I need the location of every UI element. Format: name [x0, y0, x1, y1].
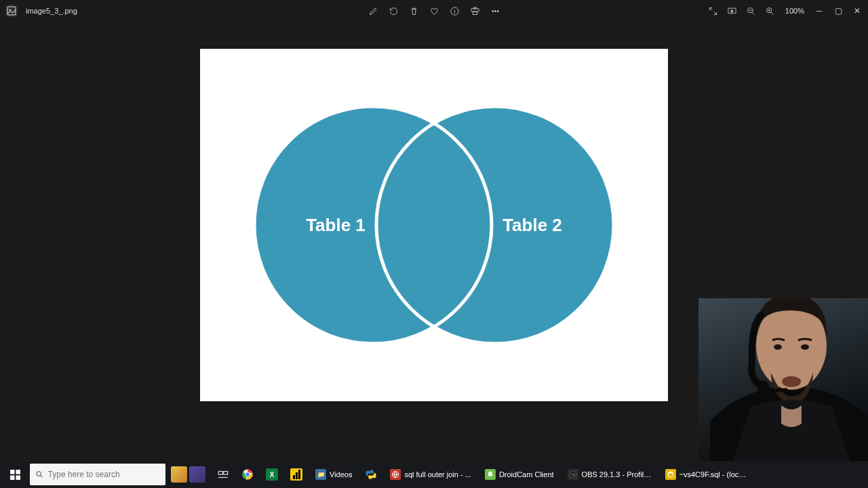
search-input[interactable]	[48, 470, 160, 479]
ssms-icon	[665, 469, 676, 480]
presenter-silhouette	[710, 298, 868, 461]
taskbar-item-videos[interactable]: 📁 Videos	[310, 464, 357, 485]
svg-rect-24	[10, 475, 15, 480]
svg-point-19	[801, 344, 809, 350]
titlebar: image5_3_.png 100% ─ ▢ ✕	[0, 0, 868, 22]
svg-point-8	[497, 10, 498, 12]
svg-point-7	[494, 10, 496, 12]
svg-rect-27	[218, 472, 222, 475]
decor-icon-1	[171, 466, 187, 483]
svg-rect-5	[473, 7, 476, 8]
search-box[interactable]	[30, 464, 165, 485]
rotate-icon[interactable]	[388, 5, 399, 16]
task-view-icon[interactable]	[212, 464, 234, 485]
svg-rect-22	[10, 470, 15, 474]
heart-icon[interactable]	[429, 5, 439, 16]
svg-point-33	[489, 473, 490, 474]
toolbar-center	[368, 5, 500, 16]
toolbar-right: 100% ─ ▢ ✕	[708, 5, 863, 16]
svg-point-36	[570, 472, 573, 475]
svg-point-39	[668, 472, 673, 474]
svg-point-34	[491, 473, 492, 474]
svg-point-38	[572, 475, 574, 477]
svg-point-6	[492, 10, 493, 12]
python-icon[interactable]	[360, 464, 382, 485]
excel-icon[interactable]: X	[261, 464, 283, 485]
obs-icon	[568, 469, 578, 480]
pinned-decorative	[171, 466, 205, 483]
svg-point-20	[782, 376, 801, 387]
search-icon	[35, 470, 44, 479]
svg-point-31	[245, 472, 250, 477]
fullscreen-icon[interactable]	[708, 5, 719, 16]
svg-rect-4	[473, 12, 477, 14]
print-icon[interactable]	[469, 5, 480, 16]
powerbi-icon[interactable]	[285, 464, 307, 485]
filename: image5_3_.png	[26, 7, 77, 15]
close-button[interactable]: ✕	[852, 6, 863, 16]
zoom-in-icon[interactable]	[765, 5, 776, 16]
taskbar-item-sql[interactable]: ~vs4C9F.sql - (local...	[660, 464, 755, 485]
zoom-out-icon[interactable]	[746, 5, 757, 16]
webcam-overlay	[698, 298, 868, 461]
decor-icon-2	[189, 466, 205, 483]
taskbar-item-browser[interactable]: sql full outer join - ...	[384, 464, 476, 485]
info-icon[interactable]	[449, 5, 460, 16]
svg-rect-28	[224, 472, 228, 475]
taskbar-item-obs[interactable]: OBS 29.1.3 - Profile...	[562, 464, 657, 485]
minimize-button[interactable]: ─	[814, 6, 825, 16]
svg-rect-25	[16, 475, 20, 480]
slideshow-icon[interactable]	[727, 5, 738, 16]
globe-icon	[390, 469, 401, 480]
taskbar: X 📁 Videos sql full outer join - ... Dro…	[0, 461, 868, 488]
app-icon[interactable]	[5, 5, 18, 17]
svg-point-21	[757, 380, 769, 392]
android-icon	[485, 469, 496, 480]
venn-left-label: Table 1	[306, 215, 366, 235]
svg-point-26	[37, 472, 41, 476]
image-canvas: Table 1 Table 2	[200, 49, 668, 401]
delete-icon[interactable]	[408, 5, 419, 16]
svg-point-18	[774, 344, 782, 350]
edit-icon[interactable]	[368, 5, 378, 16]
svg-rect-3	[471, 8, 478, 11]
folder-icon: 📁	[315, 469, 326, 480]
more-icon[interactable]	[490, 5, 500, 16]
chrome-icon[interactable]	[237, 464, 258, 485]
svg-rect-23	[16, 470, 20, 474]
maximize-button[interactable]: ▢	[833, 6, 844, 16]
zoom-level: 100%	[785, 7, 804, 15]
taskbar-item-droidcam[interactable]: DroidCam Client	[479, 464, 559, 485]
venn-diagram: Table 1 Table 2	[244, 100, 624, 350]
start-button[interactable]	[3, 464, 27, 485]
venn-right-label: Table 2	[502, 215, 562, 235]
